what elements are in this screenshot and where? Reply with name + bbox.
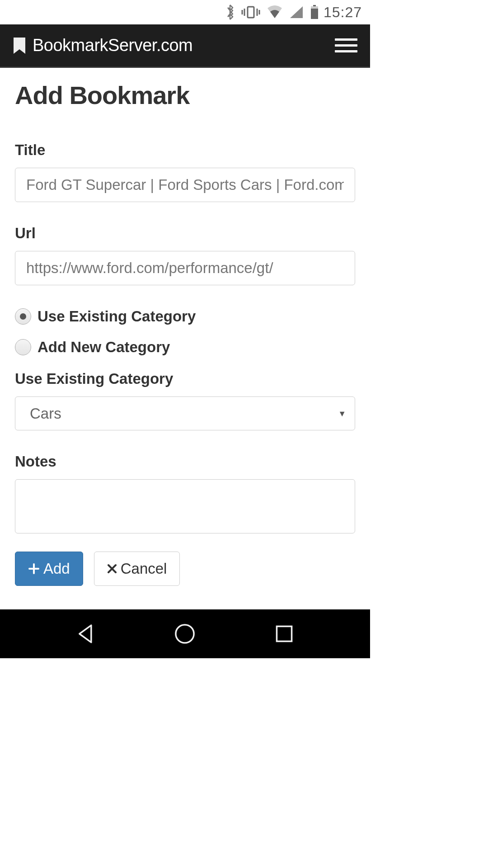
status-time: 15:27 <box>324 4 362 21</box>
bluetooth-icon <box>225 4 235 20</box>
cancel-button[interactable]: Cancel <box>94 552 180 586</box>
radio-icon <box>15 308 31 325</box>
url-input[interactable] <box>15 251 355 285</box>
close-icon <box>107 564 117 574</box>
notes-label: Notes <box>15 453 355 470</box>
category-select[interactable]: Cars <box>15 396 355 430</box>
radio-new-label: Add New Category <box>38 339 170 356</box>
svg-rect-5 <box>277 626 292 641</box>
svg-rect-3 <box>311 9 318 19</box>
android-nav-bar <box>0 609 370 658</box>
content: Add Bookmark Title Url Use Existing Cate… <box>0 68 370 604</box>
recent-button[interactable] <box>272 622 296 646</box>
wifi-icon <box>267 5 283 19</box>
svg-rect-0 <box>248 7 254 18</box>
app-header: BookmarkServer.com <box>0 24 370 68</box>
cancel-button-label: Cancel <box>121 560 167 577</box>
signal-icon <box>289 5 304 19</box>
hamburger-icon <box>335 38 357 41</box>
add-button[interactable]: Add <box>15 552 83 586</box>
category-label: Use Existing Category <box>15 370 355 387</box>
url-label: Url <box>15 225 355 242</box>
vibrate-icon <box>241 5 260 19</box>
add-button-label: Add <box>43 560 70 577</box>
title-label: Title <box>15 142 355 159</box>
bookmark-icon <box>13 37 26 55</box>
radio-existing-label: Use Existing Category <box>38 308 196 325</box>
category-select-wrap: Cars ▼ <box>15 396 355 430</box>
menu-button[interactable] <box>335 34 357 57</box>
title-input[interactable] <box>15 168 355 202</box>
battery-icon <box>310 5 319 19</box>
home-button[interactable] <box>173 622 197 646</box>
status-icons <box>225 4 319 20</box>
status-bar: 15:27 <box>0 0 370 24</box>
page-title: Add Bookmark <box>15 80 355 110</box>
svg-point-4 <box>176 625 194 643</box>
radio-icon <box>15 339 31 355</box>
button-row: Add Cancel <box>15 552 355 586</box>
radio-add-new[interactable]: Add New Category <box>15 339 355 356</box>
back-button[interactable] <box>74 622 98 646</box>
radio-use-existing[interactable]: Use Existing Category <box>15 308 355 325</box>
app-header-left: BookmarkServer.com <box>13 36 192 55</box>
app-title: BookmarkServer.com <box>33 36 192 55</box>
notes-input[interactable] <box>15 479 355 533</box>
svg-rect-1 <box>313 5 316 6</box>
plus-icon <box>28 563 40 575</box>
